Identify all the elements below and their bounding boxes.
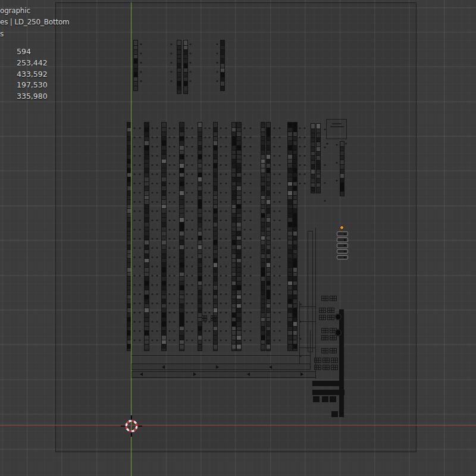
- rack-cell: [340, 182, 345, 187]
- rack-cell: [198, 154, 202, 159]
- rack-cell: [288, 308, 292, 312]
- rack-cell: [261, 213, 265, 218]
- rack-cell: [198, 123, 202, 127]
- rack-cell: [232, 204, 236, 209]
- rack-cell: [261, 281, 265, 286]
- pallet-dot: [344, 250, 346, 252]
- rack-cell: [184, 45, 188, 50]
- rack-cell: [180, 227, 184, 231]
- rack-cell: [180, 208, 184, 213]
- rack-cell: [232, 240, 236, 245]
- rack-cell: [267, 123, 271, 127]
- rack-cell: [145, 303, 149, 308]
- rack-cell: [221, 77, 225, 82]
- rack-cell: [232, 136, 236, 141]
- conveyor-arrow: [193, 372, 196, 376]
- rack-strip: [266, 122, 271, 351]
- rack-cell: [180, 340, 184, 345]
- rack-cell: [237, 321, 241, 326]
- rack-cell: [261, 344, 265, 349]
- rack-cell: [261, 154, 265, 159]
- rack-cell: [237, 199, 241, 204]
- rack-cell: [311, 155, 315, 160]
- rack-cell: [267, 181, 271, 186]
- rack-cell: [237, 245, 241, 249]
- rack-cell: [232, 168, 236, 173]
- rack-cell: [261, 127, 265, 132]
- rack-cell: [184, 86, 188, 90]
- rack-cell: [293, 150, 298, 155]
- rack-cell: [180, 181, 184, 186]
- support-dot: [345, 143, 347, 145]
- rack-cell: [293, 253, 298, 258]
- rack-cell: [288, 131, 292, 136]
- rack-cell: [267, 335, 271, 340]
- rack-cell: [214, 340, 218, 345]
- rack-cell: [180, 285, 184, 290]
- rack-cell: [232, 308, 236, 312]
- rack-cell: [317, 183, 321, 187]
- rack-cell: [267, 290, 271, 295]
- rack-cell: [232, 217, 236, 222]
- rack-cell: [214, 190, 218, 195]
- rack-cell: [162, 249, 166, 254]
- rack-cell: [162, 276, 166, 281]
- rack-cell: [232, 131, 236, 136]
- rack-cell: [180, 253, 184, 258]
- rack-cell: [293, 131, 298, 136]
- rack-cell: [198, 281, 202, 286]
- rack-cell: [288, 186, 292, 190]
- rack-cell: [261, 208, 265, 213]
- rack-cell: [237, 249, 241, 254]
- wall-line-vertical: [315, 228, 316, 379]
- rack-cell: [232, 227, 236, 231]
- rack-cell: [162, 208, 166, 213]
- rack-cell: [232, 154, 236, 159]
- pallet-stack-item: [337, 237, 348, 242]
- rack-cell: [237, 272, 241, 277]
- rack-cell: [267, 145, 271, 150]
- rack-cell: [267, 281, 271, 286]
- rack-cell: [237, 136, 241, 141]
- rack-cell: [180, 267, 184, 272]
- rack-cell: [145, 236, 149, 240]
- blender-3d-viewport[interactable]: ographic es | LD_250_Bottom s 594 253,44…: [0, 0, 476, 476]
- rack-cell: [180, 199, 184, 204]
- rack-cell: [232, 159, 236, 164]
- rack-cell: [221, 58, 225, 63]
- rack-cell: [267, 154, 271, 159]
- rack-cell: [293, 303, 298, 308]
- rack-cell: [261, 330, 265, 335]
- rack-cell: [267, 308, 271, 312]
- rack-cell: [162, 204, 166, 209]
- rack-cell: [162, 262, 166, 267]
- rack-cell: [293, 281, 298, 286]
- rack-cell: [261, 217, 265, 222]
- rack-cell: [237, 173, 241, 177]
- rack-cell: [145, 204, 149, 209]
- hatched-box: [319, 308, 326, 313]
- rack-cell: [180, 344, 184, 349]
- rack-cell: [145, 199, 149, 204]
- rack-cell: [180, 136, 184, 141]
- rack-cell: [288, 285, 292, 290]
- rack-cell: [237, 285, 241, 290]
- rack-cell: [180, 272, 184, 277]
- rack-cell: [288, 145, 292, 150]
- rack-cell: [311, 146, 315, 151]
- office-room: [326, 119, 347, 139]
- rack-cell: [261, 335, 265, 340]
- rack-cell: [145, 213, 149, 218]
- rack-cell: [134, 49, 138, 54]
- rack-cell: [180, 173, 184, 177]
- rack-cell: [145, 222, 149, 227]
- rack-cell: [214, 186, 218, 190]
- rack-cell: [293, 312, 298, 317]
- rack-cell: [184, 40, 188, 45]
- rack-cell: [221, 40, 225, 45]
- rack-cell: [232, 344, 236, 349]
- rack-cell: [317, 178, 321, 183]
- rack-cell: [237, 154, 241, 159]
- rack-cell: [198, 267, 202, 272]
- rack-cell: [232, 317, 236, 322]
